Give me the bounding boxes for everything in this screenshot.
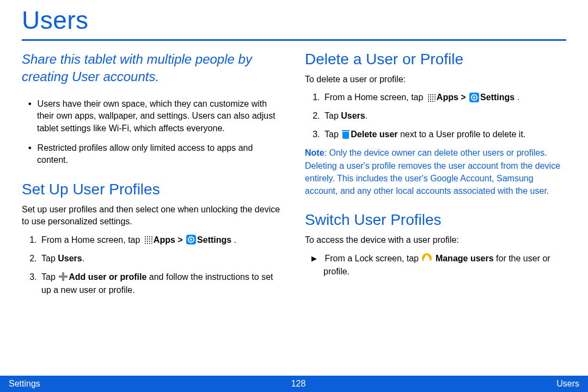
- setup-intro: Set up user profiles and then select one…: [22, 204, 283, 228]
- footer-left: Settings: [9, 379, 40, 389]
- bullet-item: Restricted profiles allow only limited a…: [28, 142, 283, 167]
- step-item: Tap Users.: [39, 252, 283, 265]
- two-column-layout: Share this tablet with multiple people b…: [22, 51, 566, 302]
- settings-label: Settings: [197, 235, 231, 244]
- step-item: Tap Users.: [322, 109, 566, 122]
- step-text: Tap: [41, 254, 58, 263]
- apps-label: Apps >: [154, 235, 185, 244]
- apps-label: Apps >: [437, 93, 468, 102]
- delete-note: Note: Only the device owner can delete o…: [305, 146, 566, 197]
- page-number: 128: [291, 379, 306, 389]
- footer-right: Users: [556, 379, 579, 389]
- section-heading-switch: Switch User Profiles: [305, 211, 566, 229]
- intro-text: Share this tablet with multiple people b…: [22, 51, 283, 86]
- settings-icon: [186, 235, 196, 244]
- add-user-label: Add user or profile: [69, 272, 146, 281]
- page-title: Users: [22, 5, 566, 38]
- step-item: From a Home screen, tap Apps > Settings …: [322, 91, 566, 104]
- bullet-item: Users have their own space, which they c…: [28, 98, 283, 134]
- note-label: Note: [305, 148, 324, 157]
- user-icon: [422, 253, 432, 263]
- section-heading-delete: Delete a User or Profile: [305, 51, 566, 68]
- settings-label: Settings: [480, 93, 514, 102]
- delete-user-label: Delete user: [351, 130, 397, 139]
- step-text: From a Home screen, tap: [41, 235, 143, 244]
- apps-icon: [144, 235, 152, 244]
- step-text: .: [231, 235, 236, 244]
- page-footer: Settings 128 Users: [0, 376, 588, 392]
- users-label: Users: [58, 254, 82, 263]
- manage-users-label: Manage users: [436, 254, 494, 263]
- trash-icon: [342, 130, 350, 139]
- step-text: Tap: [324, 130, 341, 139]
- note-body: : Only the device owner can delete other…: [305, 148, 560, 195]
- delete-intro: To delete a user or profile:: [305, 74, 566, 85]
- switch-intro: To access the device with a user profile…: [305, 234, 566, 246]
- step-text: .: [82, 254, 84, 263]
- plus-icon: [59, 272, 68, 281]
- step-text: Tap: [324, 111, 341, 120]
- step-text: Tap: [41, 272, 58, 281]
- step-item: Tap Add user or profile and follow the i…: [39, 271, 283, 297]
- setup-steps: From a Home screen, tap Apps > Settings …: [22, 234, 283, 297]
- step-item: From a Lock screen, tap Manage users for…: [311, 252, 566, 278]
- step-item: Tap Delete user next to a User profile t…: [322, 128, 566, 141]
- switch-steps: From a Lock screen, tap Manage users for…: [305, 252, 566, 278]
- step-text: .: [514, 93, 519, 102]
- step-item: From a Home screen, tap Apps > Settings …: [39, 234, 283, 247]
- manual-page: Users Share this tablet with multiple pe…: [0, 0, 588, 392]
- horizontal-rule: [22, 39, 566, 41]
- step-text: From a Home screen, tap: [324, 93, 426, 102]
- step-text: From a Lock screen, tap: [324, 254, 421, 263]
- users-label: Users: [341, 111, 365, 120]
- step-text: .: [365, 111, 367, 120]
- section-heading-setup: Set Up User Profiles: [22, 181, 283, 198]
- step-text: next to a User profile to delete it.: [398, 130, 526, 139]
- right-column: Delete a User or Profile To delete a use…: [305, 51, 566, 302]
- left-column: Share this tablet with multiple people b…: [22, 51, 283, 302]
- apps-icon: [427, 93, 436, 102]
- settings-icon: [469, 93, 479, 102]
- delete-steps: From a Home screen, tap Apps > Settings …: [305, 91, 566, 141]
- intro-bullets: Users have their own space, which they c…: [22, 98, 283, 167]
